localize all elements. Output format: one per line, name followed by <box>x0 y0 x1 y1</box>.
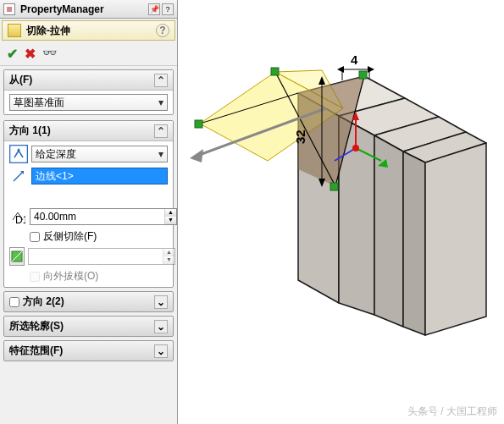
depth-icon: D1 <box>9 207 26 226</box>
from-header[interactable]: 从(F) ⌃ <box>4 70 173 91</box>
svg-marker-8 <box>374 135 403 327</box>
direction-vector-icon <box>9 167 28 185</box>
cancel-button[interactable]: ✖ <box>25 46 36 62</box>
pin-icon[interactable]: 📌 <box>148 3 160 15</box>
svg-marker-20 <box>190 149 203 162</box>
confirm-bar: ✔ ✖ 👓 <box>0 42 177 66</box>
feature-header: 切除-拉伸 ? <box>2 20 175 41</box>
property-manager-panel: PropertyManager 📌 ? 切除-拉伸 ? ✔ ✖ 👓 从(F) ⌃ <box>0 0 178 424</box>
direction1-section: 方向 1(1) ⌃ 给定深度 ▾ <box>3 120 174 288</box>
draft-angle-input[interactable]: ▲▼ <box>28 248 175 265</box>
flip-side-checkbox[interactable] <box>30 232 40 242</box>
draft-outward-checkbox <box>30 272 40 282</box>
spin-up-button[interactable]: ▲ <box>165 209 176 217</box>
model-view: 32 4 <box>178 0 504 424</box>
watermark-text: 头条号 / 大国工程师 <box>407 405 497 419</box>
from-plane-select[interactable]: 草图基准面 ▾ <box>9 94 168 111</box>
draft-outward-label: 向外拔模(O) <box>43 269 98 284</box>
svg-rect-38 <box>195 120 202 128</box>
svg-rect-37 <box>330 183 338 190</box>
help-icon[interactable]: ? <box>162 3 174 15</box>
depth-value[interactable] <box>30 211 164 223</box>
expand-icon[interactable]: ⌄ <box>154 295 168 309</box>
draft-toggle-button[interactable] <box>9 247 25 266</box>
flip-side-label: 反侧切除(F) <box>43 229 97 244</box>
chevron-down-icon: ▾ <box>158 148 163 160</box>
reverse-direction-button[interactable] <box>9 145 28 163</box>
detailed-preview-button[interactable]: 👓 <box>42 46 57 62</box>
draft-angle-value[interactable] <box>29 251 163 262</box>
scope-section-header[interactable]: 特征范围(F) ⌄ <box>3 340 174 361</box>
feature-name: 切除-拉伸 <box>26 24 70 38</box>
svg-text:D1: D1 <box>15 214 25 224</box>
direction2-checkbox[interactable] <box>9 297 19 307</box>
end-condition-value: 给定深度 <box>36 147 76 162</box>
from-header-label: 从(F) <box>9 73 32 87</box>
panel-title: PropertyManager <box>20 3 148 15</box>
expand-icon[interactable]: ⌄ <box>154 320 168 333</box>
contours-section-header[interactable]: 所选轮廓(S) ⌄ <box>3 316 174 337</box>
depth-input[interactable]: ▲▼ <box>30 208 177 225</box>
collapse-icon[interactable]: ⌃ <box>154 74 168 87</box>
feature-help-button[interactable]: ? <box>156 24 169 37</box>
from-section: 从(F) ⌃ 草图基准面 ▾ <box>3 69 174 115</box>
direction-reference-value: 边线<1> <box>36 169 74 184</box>
dimension-4: 4 <box>351 52 358 67</box>
direction1-header[interactable]: 方向 1(1) ⌃ <box>4 121 173 141</box>
cut-extrude-icon <box>8 24 21 37</box>
spin-down-button[interactable]: ▼ <box>165 217 176 224</box>
expand-icon[interactable]: ⌄ <box>154 344 168 358</box>
chevron-down-icon: ▾ <box>158 96 163 108</box>
direction2-section-header[interactable]: 方向 2(2) ⌄ <box>3 291 174 312</box>
direction1-header-label: 方向 1(1) <box>9 124 51 138</box>
dimension-32: 32 <box>293 129 307 144</box>
direction-reference-input[interactable]: 边线<1> <box>31 168 168 184</box>
collapse-icon[interactable]: ⌃ <box>154 124 168 138</box>
end-condition-select[interactable]: 给定深度 ▾ <box>31 146 168 162</box>
panel-icon <box>3 3 15 15</box>
scope-label: 特征范围(F) <box>9 344 63 358</box>
contours-label: 所选轮廓(S) <box>9 319 64 333</box>
from-plane-value: 草图基准面 <box>14 96 64 110</box>
direction2-label: 方向 2(2) <box>23 295 64 309</box>
spin-down-button[interactable]: ▼ <box>163 256 174 264</box>
svg-rect-36 <box>359 71 367 79</box>
panel-titlebar: PropertyManager 📌 ? <box>0 0 177 19</box>
svg-marker-31 <box>337 66 344 73</box>
graphics-viewport[interactable]: 32 4 头条号 / 大国工程师 <box>178 0 504 424</box>
svg-marker-32 <box>368 66 374 73</box>
spin-up-button[interactable]: ▲ <box>163 249 174 256</box>
svg-rect-35 <box>271 68 279 75</box>
svg-marker-11 <box>425 143 486 335</box>
svg-marker-9 <box>403 151 425 335</box>
svg-point-26 <box>352 145 359 151</box>
ok-button[interactable]: ✔ <box>7 46 18 62</box>
